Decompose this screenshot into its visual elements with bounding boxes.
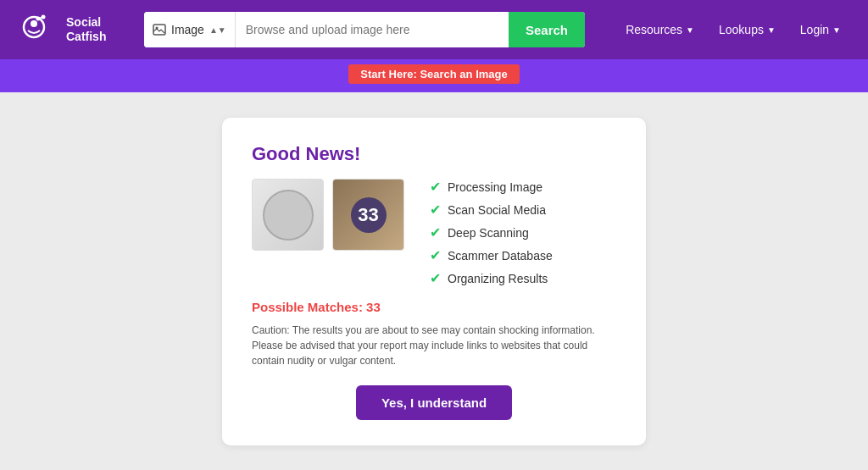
result-image: 33 bbox=[332, 179, 404, 251]
good-news-title: Good News! bbox=[252, 143, 616, 165]
nav-menu: Resources ▼ Lookups ▼ Login ▼ bbox=[615, 16, 851, 43]
chevron-down-icon: ▼ bbox=[767, 25, 776, 35]
sub-header: Start Here: Search an Image bbox=[0, 59, 868, 92]
check-icon: ✔ bbox=[430, 179, 441, 195]
nav-login[interactable]: Login ▼ bbox=[790, 16, 851, 43]
check-icon: ✔ bbox=[430, 247, 441, 263]
steps-list: ✔ Processing Image ✔ Scan Social Media ✔… bbox=[430, 179, 616, 286]
start-here-badge[interactable]: Start Here: Search an Image bbox=[348, 64, 519, 84]
search-type-selector[interactable]: Image ▲▼ bbox=[144, 12, 236, 47]
search-input[interactable] bbox=[236, 12, 509, 47]
chevron-down-icon: ▲▼ bbox=[209, 25, 226, 35]
step-scan-social-media: ✔ Scan Social Media bbox=[430, 202, 616, 218]
search-bar: Image ▲▼ Search bbox=[144, 12, 585, 47]
logo-icon bbox=[17, 8, 59, 51]
svg-point-1 bbox=[31, 20, 37, 27]
caution-text: Caution: The results you are about to se… bbox=[252, 323, 616, 368]
nav-resources[interactable]: Resources ▼ bbox=[615, 16, 704, 43]
step-scammer-database: ✔ Scammer Database bbox=[430, 247, 616, 263]
results-card: Good News! 33 ✔ Processing Image ✔ Scan … bbox=[222, 118, 646, 445]
step-processing-image: ✔ Processing Image bbox=[430, 179, 616, 195]
image-icon bbox=[153, 23, 166, 36]
chevron-down-icon: ▼ bbox=[686, 25, 694, 35]
step-deep-scanning: ✔ Deep Scanning bbox=[430, 224, 616, 241]
images-and-steps: 33 ✔ Processing Image ✔ Scan Social Medi… bbox=[252, 179, 616, 286]
possible-matches: Possible Matches: 33 bbox=[252, 300, 616, 314]
main-content: Good News! 33 ✔ Processing Image ✔ Scan … bbox=[0, 92, 868, 470]
original-image-placeholder bbox=[263, 190, 314, 241]
logo[interactable]: Social Catfish bbox=[17, 8, 127, 51]
check-icon: ✔ bbox=[430, 224, 441, 241]
match-count-badge: 33 bbox=[351, 197, 387, 233]
logo-text: Social Catfish bbox=[66, 15, 106, 44]
nav-lookups[interactable]: Lookups ▼ bbox=[709, 16, 786, 43]
image-previews: 33 bbox=[252, 179, 404, 251]
header: Social Catfish Image ▲▼ Search Resources… bbox=[0, 0, 868, 59]
chevron-down-icon: ▼ bbox=[832, 25, 841, 35]
step-organizing-results: ✔ Organizing Results bbox=[430, 270, 616, 286]
search-type-label: Image bbox=[171, 23, 204, 36]
original-image bbox=[252, 179, 324, 251]
search-button[interactable]: Search bbox=[509, 12, 585, 47]
check-icon: ✔ bbox=[430, 202, 441, 218]
match-count: 33 bbox=[366, 300, 381, 314]
check-icon: ✔ bbox=[430, 270, 441, 286]
understand-button[interactable]: Yes, I understand bbox=[356, 385, 512, 420]
